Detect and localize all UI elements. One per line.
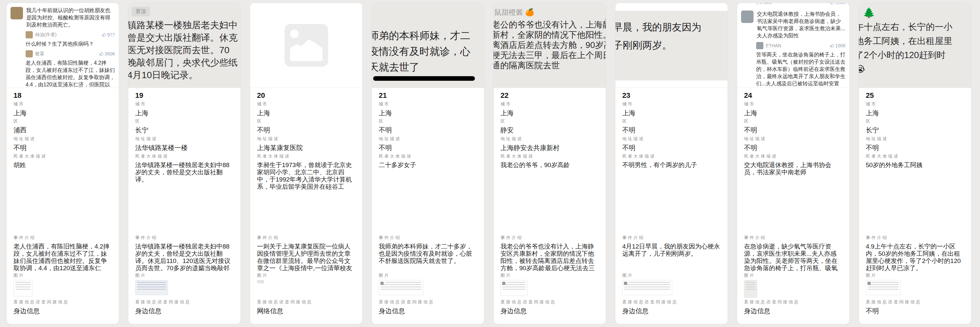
field-label-event: 事件介绍 (622, 235, 721, 240)
reply-text: 苦等两天，坐在急诊角落的椅子上，打吊瓶、吸氧气（被封控的子女设法送去的，杯水车薪… (756, 51, 845, 88)
field-label-event: 事件介绍 (866, 235, 964, 240)
comment-reply: 柿油(作者)977什么时候？生了其他疾病吗？ (25, 31, 115, 48)
avatar (741, 11, 754, 23)
field-value-direct: 身边信息 (379, 307, 477, 315)
screenshot-text: 早晨，我的朋友因为子刚刚两岁。 (616, 18, 728, 54)
field-value-address: 上海静安去共康新村 (501, 144, 599, 152)
field-label-city: 城市 (379, 101, 477, 107)
field-label-image: 图片 (13, 273, 112, 278)
like-icon (830, 3, 834, 5)
gallery-card[interactable]: 鼠甜橙酱 🍊老公的爷爷也没有计入，上海静新村，全家阴的情况下他阳性。离酒店后差点… (493, 3, 606, 324)
gallery-card[interactable]: ETHAN1046交大电院退休教授，上海书协会员，书法家吴中南老师在急诊病逝，缺… (737, 3, 850, 324)
field-value-city: 上海 (13, 109, 112, 117)
field-label-address: 地址描述 (744, 136, 843, 142)
poster-username: 鼠甜橙酱 🍊 (494, 8, 606, 18)
screenshot-gray-area: 早晨，我的朋友因为子刚刚两岁。 (616, 11, 728, 80)
field-value-event: 我老公的爷爷也没有计入，上海静安区共康新村，全家阴的情况下他阳性，被转去隔离酒店… (501, 243, 599, 272)
card-number: 25 (866, 92, 964, 99)
card-gallery: 我几十年前就认识的一位胡姓朋友也是因为封控、核酸检测等原因没有得到及时救治而死亡… (0, 0, 980, 327)
gallery-card[interactable]: 置顶镇路某楼一楼独居老夫妇中曾是交大出版社翻译。休克医无对接医院而去世。70晚敲… (128, 3, 241, 324)
card-fields: 22 城市 上海 区 静安 地址描述 上海静安去共康新村 死者大体描述 我老公的… (493, 92, 606, 319)
like-count[interactable]: 1008 (830, 43, 845, 48)
field-value-city: 上海 (379, 109, 477, 117)
field-value-event: 我师弟的本科师妹，才二十多岁，也是因为疫情没有及时就诊，心脏不舒服送医院隔天就去… (379, 243, 477, 265)
image-thumbnail (622, 280, 672, 295)
field-label-deceased: 死者大体描述 (866, 154, 964, 159)
field-value-deceased: 法华镇路某楼一楼独居老夫妇中88岁的丈夫，曾经是交大出版社翻译。 (135, 161, 234, 183)
like-count[interactable]: 3506 (99, 51, 115, 56)
field-label-deceased: 死者大体描述 (379, 154, 477, 159)
field-value-district: 不明 (744, 126, 843, 134)
card-fields: 20 城市 上海 区 不明 地址描述 上海某康复医院 死者大体描述 李昶生于19… (250, 92, 362, 319)
field-value-event: 在急诊病逝，缺少氧气等医疗资源，哀求医生求职未果...夫人亦感染为阳性。吴老师苦… (744, 243, 843, 272)
field-value-event: 老人住浦西，有陈旧性脑梗，4.2摔跤，女儿被封在浦东过不了江，妹妹们虽住浦西但也… (13, 243, 112, 272)
field-label-district: 区 (135, 118, 234, 124)
field-value-event: 4月12日早晨，我的朋友因为心梗永远离开了，儿子刚刚两岁。 (622, 243, 721, 257)
field-label-direct: 直接信息还是间接信息 (257, 300, 355, 305)
post-text: 交大电院退休教授，上海书协会员，书法家吴中南老师在急诊病逝，缺少氧气等医疗资源，… (757, 11, 845, 39)
image-thumbnail (501, 280, 527, 296)
gallery-card[interactable]: 🌲午十点左右，长宁的一小地务工阿姨，在出租屋里了2个小时的120赶到时😭 25 … (859, 3, 972, 324)
field-label-event: 事件介绍 (501, 235, 599, 240)
field-label-image: 图片 (866, 273, 964, 278)
field-label-city: 城市 (257, 101, 355, 107)
avatar (11, 7, 23, 19)
field-label-district: 区 (13, 118, 112, 124)
card-fields: 25 城市 上海 区 长宁 地址描述 不明 死者大体描述 50岁的外地务工阿姨 … (859, 92, 971, 319)
like-count[interactable]: 1046 (830, 3, 845, 5)
image-thumbnail (13, 280, 32, 297)
clipped-comment-header: ETHAN1046 (756, 3, 845, 6)
field-value-direct: 身边信息 (622, 307, 721, 315)
field-value-district: 长宁 (866, 126, 964, 134)
commenter-name: 敏宴 (35, 51, 97, 57)
card-fields: 23 城市 上海 区 不明 地址描述 不明 死者大体描述 不明男性，有个两岁的儿… (616, 92, 728, 319)
avatar (25, 50, 33, 57)
field-value-deceased: 李昶生于1973年，曾就读于北京史家胡同小学、北京二中、北京四中，于1992年考… (257, 161, 355, 190)
card-fields: 19 城市 上海 区 长宁 地址描述 法华镇路某楼一楼 死者大体描述 法华镇路某… (128, 92, 240, 319)
field-label-district: 区 (379, 118, 477, 124)
field-value-event: 4.9上午十点左右，长宁的一小区内，50岁的外地务工阿姨，在出租屋里心梗发作，等… (866, 243, 964, 272)
field-value-direct: 不明 (866, 307, 964, 315)
field-label-direct: 直接信息还是间接信息 (379, 300, 477, 305)
field-value-city: 上海 (135, 109, 234, 117)
field-label-address: 地址描述 (379, 136, 477, 142)
gallery-card[interactable]: 20 城市 上海 区 不明 地址描述 上海某康复医院 死者大体描述 李昶生于19… (250, 3, 363, 324)
field-label-deceased: 死者大体描述 (135, 154, 234, 159)
image-thumbnail (379, 280, 423, 295)
gallery-card[interactable]: 师弟的本科师妹，才二疫情没有及时就诊，心天就去世了 21 城市 上海 区 不明 … (372, 3, 484, 324)
field-value-district: 不明 (379, 126, 477, 134)
reply-text: 什么时候？生了其他疾病吗？ (25, 40, 115, 48)
post-text: 我几十年前就认识的一位胡姓朋友也是因为封控、核酸检测等原因没有得到及时救治而死亡… (26, 7, 115, 29)
field-value-address: 不明 (379, 144, 477, 152)
field-value-district: 不明 (622, 126, 721, 134)
comment-reply: ETHAN1008苦等两天，坐在急诊角落的椅子上，打吊瓶、吸氧气（被封控的子女设… (756, 42, 845, 88)
field-value-district: 长宁 (135, 126, 234, 134)
gallery-card[interactable]: 早晨，我的朋友因为子刚刚两岁。 23 城市 上海 区 不明 地址描述 不明 死者… (615, 3, 728, 324)
field-label-direct: 直接信息还是间接信息 (13, 300, 112, 305)
card-fields: 24 城市 上海 区 不明 地址描述 不明 死者大体描述 交大电院退休教授，上海… (737, 92, 850, 319)
field-label-deceased: 死者大体描述 (257, 154, 355, 159)
card-cover-screenshot: 师弟的本科师妹，才二疫情没有及时就诊，心天就去世了 (372, 3, 484, 88)
card-cover-screenshot: 鼠甜橙酱 🍊老公的爷爷也没有计入，上海静新村，全家阴的情况下他阳性。离酒店后差点… (493, 3, 606, 88)
field-label-deceased: 死者大体描述 (744, 154, 843, 159)
field-value-district: 不明 (257, 126, 355, 134)
field-label-image: 图片 (135, 273, 234, 278)
field-label-image: 图片 (257, 273, 355, 278)
like-count[interactable]: 977 (102, 32, 115, 37)
field-label-district: 区 (744, 118, 843, 124)
field-label-image: 图片 (501, 273, 599, 278)
card-number: 18 (13, 92, 112, 99)
image-thumbnail (866, 280, 900, 295)
gallery-card[interactable]: 我几十年前就认识的一位胡姓朋友也是因为封控、核酸检测等原因没有得到及时救治而死亡… (6, 3, 119, 324)
like-icon (605, 17, 606, 23)
post-main: 交大电院退休教授，上海书协会员，书法家吴中南老师在急诊病逝，缺少氧气等医疗资源，… (737, 6, 850, 39)
post-main: 我几十年前就认识的一位胡姓朋友也是因为封控、核酸检测等原因没有得到及时救治而死亡… (6, 3, 119, 29)
field-value-deceased: 胡姓 (13, 161, 112, 169)
field-label-deceased: 死者大体描述 (13, 154, 112, 159)
card-number: 20 (257, 92, 355, 99)
field-value-event: 法华镇路某楼一楼独居老夫妇中88岁的丈夫，曾经是交大出版社翻译。休克后110、1… (135, 243, 234, 272)
field-label-city: 城市 (501, 101, 599, 107)
card-fields: 21 城市 上海 区 不明 地址描述 不明 死者大体描述 二十多岁女子 事件介绍… (372, 92, 484, 319)
field-value-address: 不明 (744, 144, 843, 152)
field-value-deceased: 二十多岁女子 (379, 161, 477, 169)
